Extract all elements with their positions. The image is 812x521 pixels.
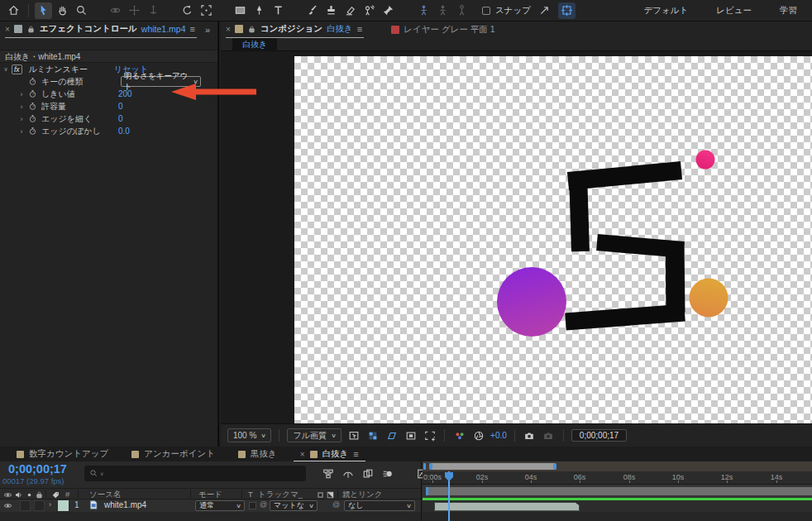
mask-visibility-icon[interactable] (385, 428, 399, 442)
playhead-handle[interactable] (445, 472, 453, 482)
t-column[interactable]: T (248, 490, 253, 499)
audio-cell[interactable] (20, 500, 31, 511)
parent-pickwhip-icon[interactable]: @ (332, 500, 340, 509)
collapse-effect-icon[interactable]: ∨ (2, 66, 9, 73)
close-icon[interactable]: × (300, 450, 305, 459)
lock-icon[interactable] (247, 25, 256, 34)
navigator-bar[interactable] (429, 463, 556, 470)
puppet-pin-tool-icon[interactable] (380, 2, 397, 19)
preserve-transparency-checkbox[interactable] (249, 502, 256, 509)
stopwatch-icon[interactable] (28, 102, 37, 111)
region-of-interest-icon[interactable] (404, 428, 418, 442)
rectangle-tool-icon[interactable] (232, 2, 249, 19)
solo-cell[interactable] (34, 500, 45, 511)
timeline-tab-2[interactable]: 黒抜き (227, 447, 289, 461)
composition-tab[interactable]: × コンポジション 白抜き ≡ (226, 22, 364, 38)
eraser-tool-icon[interactable] (342, 2, 359, 19)
dolly-camera-tool-icon[interactable] (145, 2, 162, 19)
panel-menu-icon[interactable]: ≡ (190, 24, 195, 34)
timeline-tab-3[interactable]: × 白抜き ≡ (289, 447, 370, 461)
exposure-value[interactable]: +0.0 (490, 431, 507, 440)
timeline-tab-0[interactable]: 数字カウントアップ (5, 447, 120, 461)
magnification-dropdown[interactable]: 100 %∨ (227, 428, 271, 442)
close-icon[interactable]: × (226, 25, 231, 34)
expand-icon[interactable]: › (18, 127, 25, 136)
comp-mini-flowchart-icon[interactable] (321, 467, 335, 480)
stopwatch-icon[interactable] (28, 89, 37, 98)
exposure-icon[interactable] (471, 428, 485, 442)
panel-menu-icon[interactable]: ≡ (357, 24, 362, 34)
viewer-tab[interactable]: 白抜き (232, 38, 277, 51)
panel-menu-icon[interactable]: ≡ (353, 449, 358, 459)
layer-source-name[interactable]: white1.mp4 (104, 500, 146, 509)
work-area-row[interactable] (423, 485, 812, 498)
lock-icon[interactable] (26, 25, 36, 34)
pan-behind-tool-icon[interactable] (198, 2, 215, 19)
layer-row[interactable]: › 1 white1.mp4 通常∨ @ マットな∨ @ なし∨ (0, 499, 421, 512)
timeline-navigator[interactable] (423, 461, 812, 471)
brush-tool-icon[interactable] (303, 2, 321, 19)
frame-blend-icon[interactable] (361, 467, 375, 480)
motion-blur-icon[interactable] (380, 467, 394, 480)
expand-icon[interactable]: › (18, 90, 25, 98)
stopwatch-icon[interactable] (28, 127, 37, 136)
tolerance-value[interactable]: 0 (118, 102, 123, 111)
draft-3d-icon[interactable] (341, 467, 355, 480)
channel-icon[interactable] (452, 428, 466, 442)
layer-expand-icon[interactable]: › (49, 500, 51, 509)
layer-label-swatch[interactable] (58, 500, 69, 511)
timeline-search-input[interactable]: ∨ (84, 466, 306, 481)
viewer-timecode[interactable]: 0;00;00;17 (571, 429, 627, 442)
show-snapshot-icon[interactable] (542, 428, 556, 442)
stopwatch-icon[interactable] (28, 114, 37, 123)
stopwatch-icon[interactable] (28, 77, 37, 86)
snapshot-icon[interactable] (523, 428, 537, 442)
hand-zoom-icon[interactable] (346, 428, 361, 442)
parent-dropdown[interactable]: なし∨ (344, 500, 415, 511)
puppet-overlap-tool-icon[interactable] (453, 2, 470, 19)
workspace-2[interactable]: 学習 (780, 5, 797, 17)
layer-duration-bar[interactable] (434, 502, 580, 511)
pan-camera-tool-icon[interactable] (126, 2, 143, 19)
selection-tool-icon[interactable] (35, 2, 52, 19)
shy-icon[interactable] (536, 2, 553, 19)
expand-icon[interactable]: › (18, 115, 25, 123)
work-area-bar[interactable] (428, 487, 812, 495)
motion-target-icon[interactable] (558, 2, 576, 19)
matte-pickwhip-icon[interactable]: @ (260, 500, 267, 509)
close-icon[interactable]: × (5, 25, 10, 34)
home-tool-icon[interactable] (5, 2, 22, 19)
timeline-tab-1[interactable]: アンカーポイント (120, 447, 227, 461)
edge-thin-value[interactable]: 0 (118, 114, 123, 123)
edge-feather-value[interactable]: 0.0 (118, 127, 130, 136)
stamp-tool-icon[interactable] (322, 2, 340, 19)
blend-mode-dropdown[interactable]: 通常∨ (195, 500, 245, 511)
guides-icon[interactable] (423, 428, 437, 442)
collapse-panel-icon[interactable]: » (205, 25, 213, 35)
hand-tool-icon[interactable] (54, 2, 71, 19)
puppet-starch-tool-icon[interactable] (434, 2, 451, 19)
resolution-dropdown[interactable]: フル画質∨ (287, 428, 342, 442)
layer-panel-tab[interactable]: レイヤー グレー 平面 1 (391, 24, 494, 36)
workspace-0[interactable]: デフォルト (644, 5, 689, 17)
roto-brush-tool-icon[interactable] (361, 2, 378, 19)
current-timecode[interactable]: 0;00;00;17 (8, 462, 67, 476)
workspace-1[interactable]: レビュー (716, 5, 752, 17)
snap-checkbox[interactable] (482, 7, 490, 15)
rotate-tool-icon[interactable] (179, 2, 196, 19)
expand-icon[interactable]: › (18, 103, 25, 111)
key-type-dropdown[interactable]: 明るさをキーアウト∨ (121, 76, 201, 87)
layer-visibility-icon[interactable] (3, 501, 12, 510)
puppet-position-tool-icon[interactable] (415, 2, 432, 19)
composition-viewer[interactable] (221, 51, 812, 423)
pen-tool-icon[interactable] (251, 2, 268, 19)
text-tool-icon[interactable] (270, 2, 287, 19)
effect-controls-tab[interactable]: × エフェクトコントロール white1.mp4 ≡ (5, 22, 197, 38)
fx-badge[interactable]: fx (12, 65, 22, 74)
transparency-grid-icon[interactable] (365, 428, 380, 442)
orbit-camera-tool-icon[interactable] (107, 2, 124, 19)
zoom-tool-icon[interactable] (73, 2, 90, 19)
track-matte-dropdown[interactable]: マットな∨ (270, 500, 318, 511)
time-ruler[interactable]: 0:00s 02s 04s 06s 08s 10s 12s 14s (423, 471, 812, 485)
threshold-value[interactable]: 200 (118, 89, 132, 98)
